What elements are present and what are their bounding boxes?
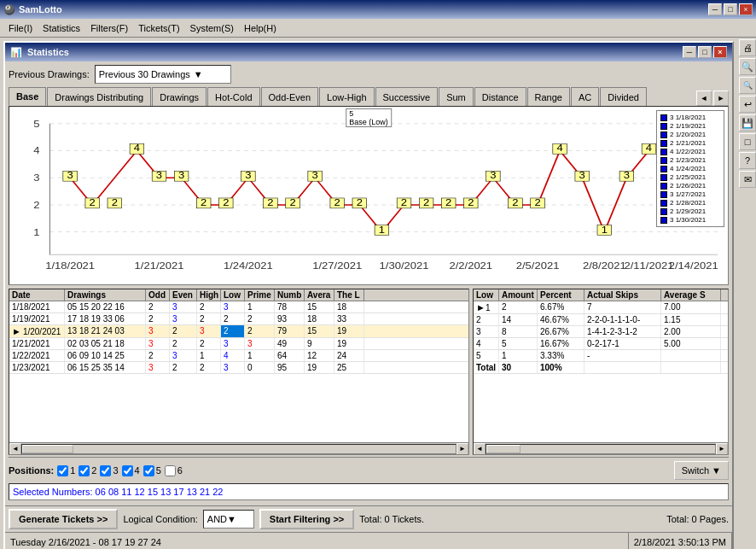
generate-tickets-button[interactable]: Generate Tickets >>	[9, 509, 118, 529]
print-button[interactable]: 🖨	[739, 39, 756, 56]
zoom-out-button[interactable]: 🔍	[739, 77, 756, 94]
col-low: Low	[221, 289, 245, 301]
save-button[interactable]: 💾	[739, 114, 756, 131]
selected-numbers-value: 06 08 11 12 15 13 17 13 21 22	[96, 487, 224, 497]
tab-successive[interactable]: Successive	[375, 87, 439, 106]
svg-text:3: 3	[156, 170, 163, 181]
email-button[interactable]: ✉	[739, 171, 756, 188]
svg-text:4: 4	[557, 143, 564, 155]
app-maximize-button[interactable]: □	[724, 3, 737, 15]
window-button[interactable]: □	[739, 133, 756, 150]
start-filtering-button[interactable]: Start Filtering >>	[259, 509, 354, 529]
tab-drawings[interactable]: Drawings	[152, 87, 206, 106]
rcol-low: Low	[474, 289, 499, 301]
hscroll-right-button[interactable]: ►	[457, 443, 468, 455]
table-row[interactable]: 1/21/2021 02 03 05 21 18 3 2 2 3 3 49 9 …	[9, 338, 468, 350]
file-menu[interactable]: File(I)	[3, 21, 38, 35]
undo-button[interactable]: ↩	[739, 96, 756, 113]
tab-sum[interactable]: Sum	[439, 87, 474, 106]
system-menu[interactable]: System(S)	[185, 21, 239, 35]
right-table-row[interactable]: 5 1 3.33% -	[474, 350, 728, 362]
col-date: Date	[9, 289, 65, 301]
dialog-icon: 📊	[10, 47, 22, 58]
col-thel: The L	[334, 289, 364, 301]
dialog-minimize-button[interactable]: ─	[683, 46, 696, 58]
chart-svg: 5 4 3 2 1 3	[9, 107, 728, 284]
svg-text:2: 2	[33, 200, 40, 211]
svg-text:2/5/2021: 2/5/2021	[516, 260, 560, 272]
svg-text:3: 3	[245, 170, 252, 181]
svg-text:1: 1	[33, 227, 40, 238]
dialog-close-button[interactable]: ×	[713, 46, 727, 58]
right-table-total-row: Total 30 100%	[474, 362, 728, 374]
previous-drawings-label: Previous Drawings:	[9, 69, 90, 79]
tab-distance[interactable]: Distance	[474, 87, 526, 106]
table-row[interactable]: 1/23/2021 06 15 25 35 14 3 2 2 3 0 95 19…	[9, 362, 468, 374]
table-row[interactable]: ►1/20/2021 13 18 21 24 03 3 2 3 2 2 79 1…	[9, 325, 468, 338]
rhscroll-left-button[interactable]: ◄	[474, 443, 486, 455]
tab-divided[interactable]: Divided	[600, 87, 647, 106]
position-3-checkbox[interactable]: 3	[100, 465, 118, 476]
app-title: SamLotto	[19, 4, 62, 15]
position-1-checkbox[interactable]: 1	[57, 465, 75, 476]
previous-drawings-select[interactable]: Previous 30 Drawings ▼	[95, 65, 231, 84]
filters-menu[interactable]: Filters(F)	[85, 21, 133, 35]
chart-container: 5Base (Low) 3 1/18/2021 2 1/19/2021 2 1/…	[9, 106, 729, 285]
right-table-row[interactable]: 4 5 16.67% 0-2-17-1 5.00	[474, 338, 728, 350]
help-button[interactable]: ?	[739, 152, 756, 169]
zoom-in-button[interactable]: 🔍	[739, 58, 756, 75]
tab-drawings-distributing[interactable]: Drawings Distributing	[47, 87, 151, 106]
tab-hot-cold[interactable]: Hot-Cold	[207, 87, 259, 106]
left-table-header: Date Drawings Odd Even High Low Prime Nu…	[9, 289, 468, 301]
dialog-title-text: Statistics	[27, 47, 69, 57]
table-row[interactable]: 1/18/2021 05 15 20 22 16 2 3 2 3 1 78 15…	[9, 301, 468, 313]
app-icon: 🎱	[3, 4, 15, 15]
svg-text:5: 5	[33, 119, 40, 130]
position-6-checkbox[interactable]: 6	[165, 465, 183, 476]
svg-text:4: 4	[134, 143, 141, 155]
switch-button[interactable]: Switch ▼	[674, 461, 729, 480]
col-average: Avera	[305, 289, 334, 301]
svg-text:1/18/2021: 1/18/2021	[45, 260, 95, 272]
svg-text:2: 2	[289, 197, 296, 208]
statistics-menu[interactable]: Statistics	[38, 21, 85, 35]
left-table: Date Drawings Odd Even High Low Prime Nu…	[9, 289, 469, 455]
right-table-row[interactable]: ►1 2 6.67% 7 7.00	[474, 301, 728, 314]
left-table-body: 1/18/2021 05 15 20 22 16 2 3 2 3 1 78 15…	[9, 301, 468, 442]
left-table-hscroll[interactable]: ◄ ►	[9, 442, 468, 454]
right-table-body: ►1 2 6.67% 7 7.00 2 14 46.67% 2-2-0-1-1-…	[474, 301, 728, 442]
app-minimize-button[interactable]: ─	[708, 3, 722, 15]
tab-prev-button[interactable]: ◄	[696, 91, 712, 106]
tickets-menu[interactable]: Tickets(T)	[133, 21, 184, 35]
svg-text:2: 2	[445, 197, 452, 208]
right-table-row[interactable]: 3 8 26.67% 1-4-1-2-3-1-2 2.00	[474, 326, 728, 338]
tab-ac[interactable]: AC	[571, 87, 599, 106]
rhscroll-right-button[interactable]: ►	[716, 443, 728, 455]
logical-condition-select[interactable]: AND ▼	[203, 510, 254, 529]
position-5-checkbox[interactable]: 5	[143, 465, 161, 476]
tab-odd-even[interactable]: Odd-Even	[261, 87, 319, 106]
position-4-checkbox[interactable]: 4	[122, 465, 140, 476]
tab-low-high[interactable]: Low-High	[319, 87, 374, 106]
table-row[interactable]: 1/19/2021 17 18 19 33 06 2 3 2 2 2 93 18…	[9, 313, 468, 325]
svg-text:2: 2	[534, 197, 541, 208]
right-table-hscroll[interactable]: ◄ ►	[474, 442, 728, 454]
col-high: High	[197, 289, 221, 301]
table-row[interactable]: 1/22/2021 06 09 10 14 25 2 3 1 4 1 64 12…	[9, 350, 468, 362]
total-pages-text: Total: 0 Pages.	[666, 514, 729, 524]
app-close-button[interactable]: ×	[739, 3, 753, 15]
svg-text:1/30/2021: 1/30/2021	[380, 260, 429, 272]
svg-text:2: 2	[90, 197, 96, 208]
col-prime: Prime	[245, 289, 275, 301]
help-menu[interactable]: Help(H)	[239, 21, 282, 35]
svg-text:2: 2	[401, 197, 408, 208]
dialog-title-bar: 📊 Statistics ─ □ ×	[5, 43, 732, 61]
hscroll-left-button[interactable]: ◄	[9, 443, 21, 455]
position-2-checkbox[interactable]: 2	[79, 465, 96, 476]
previous-drawings-row: Previous Drawings: Previous 30 Drawings …	[9, 65, 729, 84]
tab-next-button[interactable]: ►	[713, 91, 729, 106]
tab-range[interactable]: Range	[527, 87, 570, 106]
dialog-maximize-button[interactable]: □	[698, 46, 712, 58]
tab-base[interactable]: Base	[9, 87, 46, 106]
right-table-row[interactable]: 2 14 46.67% 2-2-0-1-1-1-0- 1.15	[474, 314, 728, 326]
